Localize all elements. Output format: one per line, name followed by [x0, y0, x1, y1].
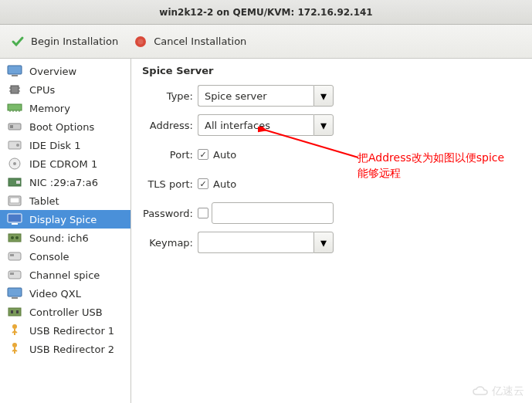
- tablet-icon: [6, 194, 23, 208]
- tls-auto-label: Auto: [213, 178, 236, 190]
- sound-icon: [6, 231, 23, 245]
- video-icon: [6, 286, 23, 300]
- address-value[interactable]: [198, 114, 313, 136]
- sidebar-item-label: IDE CDROM 1: [29, 158, 97, 170]
- keymap-dropdown-button[interactable]: ▾: [313, 232, 334, 253]
- disk-icon: [6, 138, 23, 152]
- cloud-icon: [472, 386, 489, 397]
- sidebar-item-label: Channel spice: [29, 269, 100, 281]
- svg-point-27: [11, 236, 14, 239]
- window-title: win2k12-2 on QEMU/KVM: 172.16.92.141: [159, 7, 372, 18]
- begin-installation-button[interactable]: Begin Installation: [9, 35, 118, 49]
- sidebar-item-label: Video QXL: [29, 288, 81, 300]
- address-dropdown-button[interactable]: ▾: [313, 114, 334, 136]
- chevron-down-icon: ▾: [320, 118, 327, 133]
- cdrom-icon: [6, 157, 23, 171]
- address-label: Address:: [142, 120, 198, 131]
- chevron-down-icon: ▾: [320, 235, 327, 250]
- cpu-icon: [6, 83, 23, 97]
- sidebar-item-sound[interactable]: Sound: ich6: [0, 229, 130, 247]
- watermark: 亿速云: [472, 384, 524, 398]
- toolbar: Begin Installation Cancel Installation: [0, 25, 532, 59]
- svg-rect-2: [8, 66, 22, 74]
- main-panel: Spice Server Type: ▾ Address: ▾ Port:: [131, 59, 532, 403]
- sidebar: Overview CPUs Memory Boot Options IDE Di…: [0, 59, 131, 403]
- sidebar-item-label: Boot Options: [29, 121, 94, 133]
- type-dropdown-button[interactable]: ▾: [313, 85, 334, 107]
- sidebar-item-boot-options[interactable]: Boot Options: [0, 117, 130, 136]
- sidebar-item-console[interactable]: Console: [0, 247, 130, 266]
- section-title: Spice Server: [142, 65, 521, 76]
- usb-icon: [6, 323, 23, 337]
- sidebar-item-label: USB Redirector 1: [29, 325, 114, 337]
- sidebar-item-label: Display Spice: [29, 214, 97, 225]
- svg-rect-23: [10, 198, 19, 203]
- sidebar-item-label: Memory: [29, 103, 70, 114]
- sidebar-item-nic[interactable]: NIC :29:a7:a6: [0, 173, 130, 191]
- address-combobox[interactable]: ▾: [198, 114, 334, 136]
- type-value[interactable]: [198, 85, 313, 107]
- svg-point-28: [15, 236, 19, 239]
- checkbox-icon: [198, 178, 208, 189]
- begin-installation-label: Begin Installation: [31, 36, 118, 47]
- sidebar-item-cpus[interactable]: CPUs: [0, 80, 130, 99]
- type-combobox[interactable]: ▾: [198, 85, 334, 107]
- sidebar-item-label: NIC :29:a7:a6: [29, 177, 98, 188]
- svg-point-19: [13, 162, 16, 165]
- password-checkbox[interactable]: [198, 208, 208, 218]
- sidebar-item-label: IDE Disk 1: [29, 140, 81, 151]
- svg-rect-36: [11, 310, 13, 313]
- sidebar-item-controller-usb[interactable]: Controller USB: [0, 303, 130, 321]
- tls-auto-checkbox[interactable]: Auto: [198, 178, 236, 190]
- annotation-line1: 把Address改为如图以便spice: [357, 151, 504, 164]
- sidebar-item-ide-disk[interactable]: IDE Disk 1: [0, 136, 130, 154]
- watermark-text: 亿速云: [492, 384, 524, 398]
- svg-point-39: [12, 343, 17, 347]
- sidebar-item-label: Tablet: [29, 195, 59, 207]
- sidebar-item-usb-redirector-2[interactable]: USB Redirector 2: [0, 340, 130, 358]
- sidebar-item-video-qxl[interactable]: Video QXL: [0, 284, 130, 303]
- password-input[interactable]: [212, 202, 334, 224]
- sidebar-item-label: USB Redirector 2: [29, 344, 114, 355]
- sidebar-item-label: Console: [29, 251, 69, 262]
- checkbox-icon: [198, 208, 208, 218]
- sidebar-item-memory[interactable]: Memory: [0, 99, 130, 117]
- keymap-value[interactable]: [198, 232, 313, 253]
- type-label: Type:: [142, 90, 198, 102]
- svg-point-38: [12, 324, 17, 329]
- monitor-icon: [6, 64, 23, 78]
- display-icon: [6, 212, 23, 226]
- svg-rect-26: [8, 234, 21, 242]
- cancel-icon: [132, 35, 149, 49]
- annotation-text: 把Address改为如图以便spice 能够远程: [357, 151, 524, 181]
- port-auto-checkbox[interactable]: Auto: [198, 149, 236, 161]
- sidebar-item-overview[interactable]: Overview: [0, 62, 130, 80]
- svg-point-17: [16, 144, 19, 147]
- sidebar-item-label: Controller USB: [29, 306, 103, 318]
- svg-rect-9: [8, 104, 22, 110]
- port-label: Port:: [142, 149, 198, 161]
- nic-icon: [6, 175, 23, 189]
- sidebar-item-ide-cdrom[interactable]: IDE CDROM 1: [0, 154, 130, 173]
- svg-rect-35: [8, 308, 21, 316]
- cancel-installation-button[interactable]: Cancel Installation: [132, 35, 246, 49]
- svg-rect-34: [12, 297, 18, 299]
- annotation-line2: 能够远程: [357, 167, 401, 179]
- cancel-installation-label: Cancel Installation: [154, 36, 246, 47]
- svg-rect-37: [16, 310, 19, 313]
- svg-rect-24: [8, 214, 22, 222]
- sidebar-item-channel-spice[interactable]: Channel spice: [0, 266, 130, 284]
- svg-rect-30: [10, 254, 14, 256]
- keymap-combobox[interactable]: ▾: [198, 232, 334, 253]
- sidebar-item-usb-redirector-1[interactable]: USB Redirector 1: [0, 321, 130, 340]
- boot-icon: [6, 120, 23, 134]
- window-titlebar: win2k12-2 on QEMU/KVM: 172.16.92.141: [0, 0, 532, 25]
- svg-rect-25: [12, 223, 18, 225]
- sidebar-item-display-spice[interactable]: Display Spice: [0, 210, 130, 229]
- svg-rect-4: [11, 86, 19, 93]
- svg-point-1: [138, 39, 144, 44]
- svg-rect-15: [10, 125, 13, 128]
- channel-icon: [6, 268, 23, 282]
- chevron-down-icon: ▾: [320, 89, 327, 103]
- sidebar-item-tablet[interactable]: Tablet: [0, 191, 130, 210]
